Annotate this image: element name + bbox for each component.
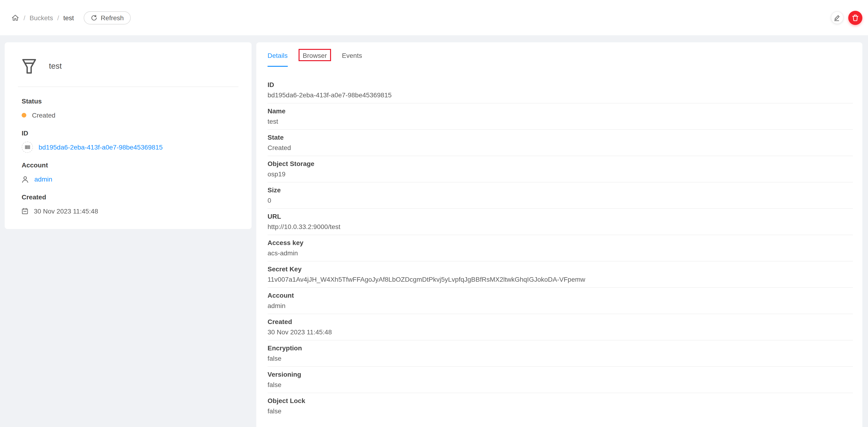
tab-browser[interactable]: Browser — [303, 51, 327, 67]
app: / Buckets / test Refresh — [0, 0, 868, 427]
content-area: test Status Created ID — [0, 35, 868, 427]
detail-panel: Details Browser Events ID bd195da6-2eba-… — [256, 42, 862, 427]
status-section: Status Created — [18, 97, 238, 121]
resource-info-card: test Status Created ID — [5, 42, 252, 229]
detail-fields: ID bd195da6-2eba-413f-a0e7-98be45369815 … — [256, 67, 862, 427]
resource-title: test — [49, 62, 62, 71]
field-versioning: Versioning false — [268, 367, 853, 393]
header-actions — [831, 10, 862, 25]
user-icon — [22, 176, 29, 183]
status-dot — [22, 113, 26, 118]
field-account: Account admin — [268, 288, 853, 314]
account-label: Account — [18, 161, 238, 169]
breadcrumb-separator: / — [24, 14, 25, 21]
breadcrumb-item-buckets[interactable]: Buckets — [30, 14, 53, 21]
field-created: Created 30 Nov 2023 11:45:48 — [268, 314, 853, 340]
field-object-storage: Object Storage osp19 — [268, 156, 853, 182]
account-link[interactable]: admin — [34, 175, 52, 183]
trash-icon — [851, 14, 859, 21]
active-tab-ink-bar — [268, 66, 288, 67]
calendar-icon — [22, 208, 28, 214]
created-section: Created 30 Nov 2023 11:45:48 — [18, 193, 238, 217]
divider — [18, 87, 238, 87]
created-value: 30 Nov 2023 11:45:48 — [34, 207, 98, 215]
delete-button[interactable] — [848, 10, 862, 25]
breadcrumb-separator: / — [57, 14, 59, 21]
field-encryption: Encryption false — [268, 340, 853, 367]
barcode-icon — [22, 142, 33, 153]
account-section: Account admin — [18, 161, 238, 185]
field-size: Size 0 — [268, 182, 853, 209]
status-label: Status — [18, 97, 238, 105]
refresh-button[interactable]: Refresh — [84, 11, 131, 24]
breadcrumb-item-current: test — [63, 14, 74, 21]
resource-header: test — [18, 55, 238, 78]
field-object-lock: Object Lock false — [268, 393, 853, 419]
edit-button[interactable] — [831, 11, 843, 24]
status-value: Created — [32, 111, 56, 119]
tabs: Details Browser Events — [256, 42, 862, 67]
field-secret-key: Secret Key 11v007a1Av4jJH_W4Xh5TfwFFAgoJ… — [268, 262, 853, 288]
id-section: ID bd195da6-2eba-413f-a0e7-9 — [18, 129, 238, 153]
reload-icon — [91, 14, 97, 21]
edit-icon — [834, 14, 841, 21]
field-state: State Created — [268, 130, 853, 156]
field-url: URL http://10.0.33.2:9000/test — [268, 209, 853, 235]
bucket-icon — [22, 58, 37, 74]
refresh-label: Refresh — [101, 14, 124, 21]
breadcrumb: / Buckets / test Refresh — [11, 11, 131, 24]
page-header: / Buckets / test Refresh — [0, 0, 868, 35]
field-id: ID bd195da6-2eba-413f-a0e7-98be45369815 — [268, 77, 853, 103]
tab-events[interactable]: Events — [342, 51, 362, 67]
id-label: ID — [18, 129, 238, 137]
tab-details[interactable]: Details — [268, 51, 288, 67]
field-name: Name test — [268, 103, 853, 130]
field-access-key: Access key acs-admin — [268, 235, 853, 262]
created-label: Created — [18, 193, 238, 201]
home-icon[interactable] — [11, 13, 19, 22]
resource-id-link[interactable]: bd195da6-2eba-413f-a0e7-98be45369815 — [38, 143, 163, 151]
